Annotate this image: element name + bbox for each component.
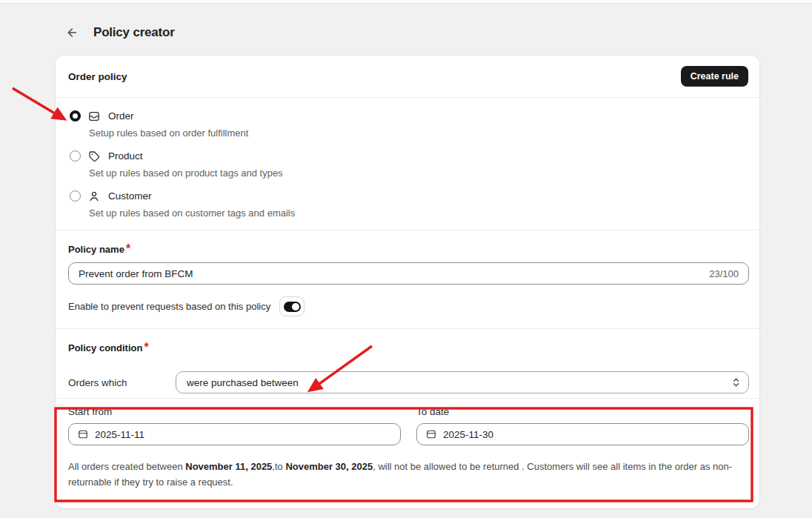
calendar-icon — [78, 429, 88, 439]
start-date-value: 2025-11-11 — [95, 429, 144, 440]
policy-name-section: Policy name* 23/100 Enable to prevent re… — [56, 230, 759, 328]
customer-radio[interactable] — [70, 190, 81, 202]
enable-toggle-label: Enable to prevent requests based on this… — [68, 301, 270, 312]
policy-option-product-radio-row[interactable]: Product — [68, 150, 749, 162]
chevron-up-down-icon — [732, 377, 740, 388]
inbox-icon — [88, 110, 101, 122]
policy-option-customer-radio-row[interactable]: Customer — [68, 190, 749, 202]
condition-subject-label: Orders which — [68, 377, 176, 388]
policy-option-order-radio-row[interactable]: Order — [68, 110, 749, 122]
customer-option-description: Set up rules based on customer tags and … — [89, 207, 749, 219]
start-date-field: Start from 2025-11-11 — [68, 406, 401, 445]
enable-toggle[interactable] — [279, 296, 304, 316]
policy-name-input[interactable] — [68, 262, 749, 285]
page-title: Policy creator — [93, 25, 175, 40]
policy-option-product: Product Set up rules based on product ta… — [68, 150, 749, 179]
order-radio[interactable] — [70, 110, 81, 122]
end-date-value: 2025-11-30 — [443, 429, 493, 440]
back-button[interactable] — [62, 24, 79, 41]
annotation-arrow-1 — [13, 88, 62, 118]
product-option-description: Set up rules based on product tags and t… — [89, 167, 749, 179]
start-date-input[interactable]: 2025-11-11 — [68, 423, 401, 445]
product-option-label: Product — [108, 150, 143, 162]
tag-icon — [88, 150, 101, 162]
back-arrow-icon — [63, 25, 78, 40]
policy-condition-section: Policy condition* Orders which were purc… — [56, 328, 759, 398]
condition-select-value: were purchased between — [187, 377, 299, 388]
policy-option-order: Order Setup rules based on order fulfill… — [68, 110, 749, 139]
policy-type-group: Order Setup rules based on order fulfill… — [56, 98, 759, 230]
card-title: Order policy — [68, 71, 127, 82]
order-option-label: Order — [108, 110, 134, 122]
condition-select[interactable]: were purchased between — [176, 371, 749, 394]
policy-condition-label: Policy condition — [68, 342, 142, 353]
policy-summary-text: All orders created between November 11, … — [68, 459, 742, 490]
end-date-label: To date — [416, 406, 749, 417]
calendar-icon — [426, 429, 436, 439]
page-header: Policy creator — [0, 4, 812, 41]
policy-name-label: Policy name — [68, 244, 124, 255]
customer-option-label: Customer — [108, 190, 152, 202]
end-date-input[interactable]: 2025-11-30 — [416, 423, 749, 445]
product-radio[interactable] — [70, 150, 81, 162]
create-rule-button[interactable]: Create rule — [681, 66, 748, 87]
policy-option-customer: Customer Set up rules based on customer … — [68, 190, 749, 219]
required-asterisk: * — [144, 341, 148, 353]
policy-card: Order policy Create rule Order Setup rul… — [56, 56, 759, 508]
end-date-field: To date 2025-11-30 — [416, 406, 749, 445]
start-date-label: Start from — [68, 406, 401, 417]
person-icon — [88, 190, 101, 202]
character-counter: 23/100 — [709, 268, 739, 279]
date-range-section: Start from 2025-11-11 To date — [56, 398, 759, 502]
toggle-pill — [284, 302, 301, 312]
required-asterisk: * — [126, 242, 130, 255]
card-header: Order policy Create rule — [56, 56, 759, 98]
order-option-description: Setup rules based on order fulfillment — [89, 127, 749, 139]
toggle-knob — [292, 303, 299, 311]
